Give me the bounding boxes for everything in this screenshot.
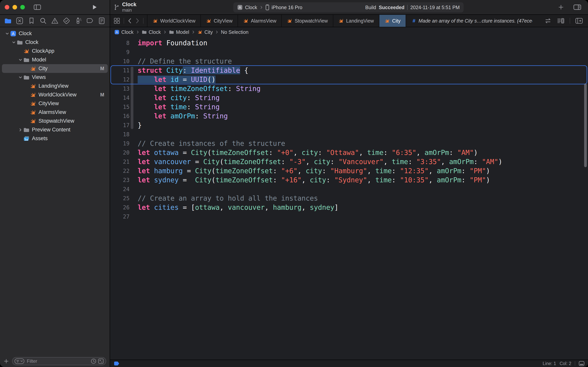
sidebar-item-model[interactable]: Model <box>2 55 108 64</box>
run-destination[interactable]: Clock iPhone 16 Pro <box>237 4 302 10</box>
run-button[interactable] <box>92 4 97 10</box>
sidebar-item-preview-content[interactable]: Preview Content <box>2 125 108 134</box>
chevron-down-icon[interactable] <box>4 32 10 36</box>
sidebar-item-city[interactable]: CityM <box>2 64 108 73</box>
editor-options-icon[interactable] <box>557 18 565 24</box>
add-editor-icon[interactable] <box>575 18 583 24</box>
breadcrumb-no-selection[interactable]: No Selection <box>221 29 249 35</box>
editor-tab-LandingView[interactable]: LandingView <box>333 15 379 27</box>
editor-tab-StopwatchView[interactable]: StopwatchView <box>281 15 333 27</box>
sidebar-item-alarmsview[interactable]: AlarmsView <box>2 108 108 117</box>
issues-navigator-tab[interactable] <box>51 17 59 25</box>
navigator-toggle-icon[interactable] <box>34 4 41 10</box>
breadcrumb-clock[interactable]: Clock <box>142 29 161 35</box>
editor-bottom-bar-toggle-icon[interactable] <box>579 361 585 366</box>
filter-field[interactable] <box>12 357 106 365</box>
find-navigator-tab[interactable] <box>40 17 47 25</box>
line-number[interactable]: 19 <box>110 139 129 148</box>
line-number[interactable]: 20 <box>110 148 129 157</box>
line-number[interactable]: 26 <box>110 203 129 212</box>
sidebar-item-worldclockview[interactable]: WorldClockViewM <box>2 90 108 99</box>
line-number[interactable]: 25 <box>110 194 129 203</box>
source-control-navigator-tab[interactable] <box>16 17 23 25</box>
code-line-27[interactable]: 27 <box>110 212 588 221</box>
code-line-17[interactable]: 17} <box>110 121 588 130</box>
code-line-18[interactable]: 18 <box>110 130 588 139</box>
code-line-19[interactable]: 19// Create instances of the structure <box>110 139 588 148</box>
code-line-9[interactable]: 9 <box>110 48 588 57</box>
chevron-right-icon[interactable] <box>17 128 23 132</box>
line-number[interactable]: 12 <box>110 75 129 84</box>
editor-tab-AlarmsView[interactable]: AlarmsView <box>238 15 282 27</box>
editor-tab-City[interactable]: City <box>379 15 406 27</box>
reports-navigator-tab[interactable] <box>98 17 105 25</box>
line-number[interactable]: 21 <box>110 157 129 167</box>
code-line-25[interactable]: 25// Create an array to hold all the ins… <box>110 194 588 203</box>
line-number[interactable]: 16 <box>110 112 129 121</box>
filter-criteria-icon[interactable] <box>14 358 25 364</box>
code-line-21[interactable]: 21let vancouver = City(timeZoneOffset: "… <box>110 157 588 167</box>
recent-files-icon[interactable] <box>91 358 96 364</box>
line-number[interactable]: 10 <box>110 57 129 66</box>
editor-tab-WorldClockView[interactable]: WorldClockView <box>147 15 201 27</box>
sidebar-item-clock[interactable]: Clock <box>2 29 108 38</box>
close-button[interactable] <box>5 5 9 9</box>
code-line-16[interactable]: 16 let amOrPm: String <box>110 112 588 121</box>
add-tab-icon[interactable] <box>558 4 564 10</box>
line-number[interactable]: 14 <box>110 93 129 102</box>
code-line-13[interactable]: 13 let timeZoneOffset: String <box>110 84 588 93</box>
sidebar-item-clock[interactable]: Clock <box>2 38 108 47</box>
marker-tag-icon[interactable] <box>114 361 120 366</box>
sidebar-item-assets[interactable]: Assets <box>2 134 108 143</box>
line-number[interactable]: 22 <box>110 167 129 175</box>
filter-input[interactable] <box>26 358 89 364</box>
code-line-14[interactable]: 14 let city: String <box>110 93 588 102</box>
editor-tab-CityView[interactable]: CityView <box>201 15 238 27</box>
code-line-20[interactable]: 20let ottawa = City(timeZoneOffset: "+0"… <box>110 148 588 157</box>
breakpoints-navigator-tab[interactable] <box>86 17 94 25</box>
line-number[interactable]: 27 <box>110 212 129 221</box>
code-line-23[interactable]: 23let sydney = City(timeZoneOffset: "+16… <box>110 175 588 185</box>
sidebar-item-views[interactable]: Views <box>2 73 108 82</box>
line-number[interactable]: 15 <box>110 102 129 112</box>
zoom-button[interactable] <box>20 5 25 9</box>
line-number[interactable]: 9 <box>110 48 129 57</box>
scheme-menu[interactable]: Clock main <box>114 2 136 13</box>
sidebar-item-landingview[interactable]: LandingView <box>2 82 108 90</box>
line-number[interactable]: 13 <box>110 84 129 93</box>
line-number[interactable]: 24 <box>110 185 129 194</box>
sidebar-item-clockapp[interactable]: ClockApp <box>2 47 108 55</box>
related-items-icon[interactable] <box>114 17 120 24</box>
inspector-toggle-icon[interactable] <box>573 4 581 10</box>
swap-editors-icon[interactable] <box>544 18 552 24</box>
debug-navigator-tab[interactable] <box>75 17 82 25</box>
code-line-10[interactable]: 10// Define the structure <box>110 57 588 66</box>
code-line-26[interactable]: 26let cities = [ottawa, vancouver, hambu… <box>110 203 588 212</box>
breadcrumb-clock[interactable]: Clock <box>114 29 134 35</box>
tests-navigator-tab[interactable] <box>63 17 70 25</box>
line-number[interactable]: 18 <box>110 130 129 139</box>
go-forward-icon[interactable] <box>135 18 140 24</box>
breadcrumb-city[interactable]: City <box>197 29 213 35</box>
scrollbar[interactable] <box>584 83 587 167</box>
chevron-down-icon[interactable] <box>17 58 23 62</box>
code-line-8[interactable]: 8import Foundation <box>110 39 588 48</box>
code-line-24[interactable]: 24 <box>110 185 588 194</box>
chevron-down-icon[interactable] <box>11 41 17 44</box>
sidebar-item-stopwatchview[interactable]: StopwatchView <box>2 117 108 125</box>
line-number[interactable]: 8 <box>110 39 129 48</box>
source-editor[interactable]: 8import Foundation910// Define the struc… <box>110 37 588 360</box>
go-back-icon[interactable] <box>127 18 132 24</box>
line-number[interactable]: 23 <box>110 175 129 185</box>
line-number[interactable]: 17 <box>110 121 129 130</box>
add-file-icon[interactable] <box>3 359 9 364</box>
code-line-12[interactable]: 12 let id = UUID() <box>110 75 588 84</box>
activity-view[interactable]: Clock iPhone 16 Pro Build Succeeded 2024… <box>233 2 463 12</box>
sidebar-item-cityview[interactable]: CityView <box>2 99 108 108</box>
breadcrumb-model[interactable]: Model <box>169 29 189 35</box>
minimize-button[interactable] <box>12 5 17 9</box>
source-control-filter-icon[interactable] <box>98 358 104 364</box>
project-navigator-tab[interactable] <box>4 17 12 25</box>
code-line-22[interactable]: 22let hamburg = City(timeZoneOffset: "+6… <box>110 167 588 175</box>
code-line-15[interactable]: 15 let time: String <box>110 102 588 112</box>
